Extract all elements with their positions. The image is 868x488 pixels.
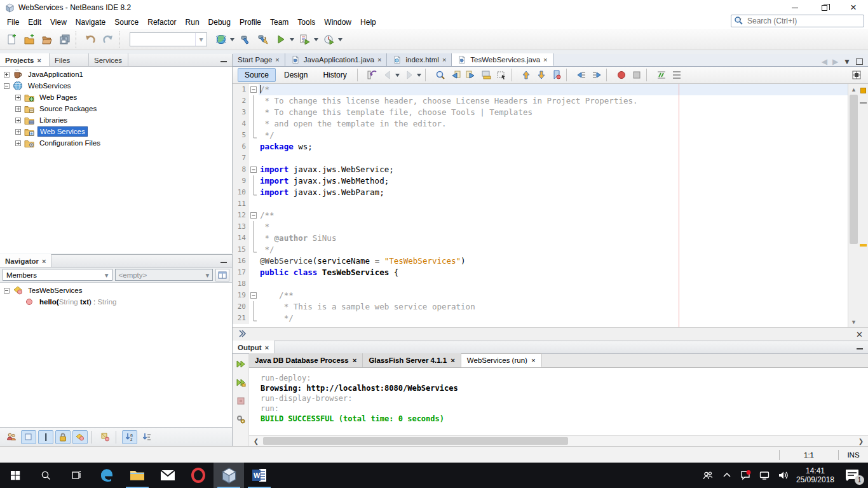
- fold-marker[interactable]: [249, 313, 259, 324]
- code-line-3[interactable]: 3 * To change this template file, choose…: [233, 107, 848, 118]
- project-item-javaapplication1[interactable]: JavaApplication1: [0, 69, 232, 80]
- menu-tools[interactable]: Tools: [293, 16, 320, 29]
- fold-marker[interactable]: [249, 84, 259, 95]
- open-project-button[interactable]: [38, 30, 56, 48]
- shift-right-button[interactable]: [589, 68, 604, 82]
- stop-macro-button[interactable]: [629, 68, 644, 82]
- expand-icon[interactable]: [15, 95, 21, 100]
- next-bookmark-button[interactable]: [534, 68, 549, 82]
- tab-javaapplication1-java[interactable]: JavaApplication1.java×: [285, 53, 388, 66]
- tray-action-center-icon[interactable]: [740, 470, 751, 480]
- project-config-select[interactable]: ▾: [130, 32, 207, 46]
- code-line-17[interactable]: 17public class TesWebServices {: [233, 267, 848, 278]
- scroll-right-icon[interactable]: ❯: [855, 436, 867, 446]
- columns-button[interactable]: [215, 269, 229, 281]
- scroll-up-icon[interactable]: ▲: [848, 84, 859, 95]
- code-line-10[interactable]: 10import javax.jws.WebParam;: [233, 187, 848, 198]
- tab-list-icon[interactable]: ▼: [843, 57, 851, 66]
- tray-network-icon[interactable]: [759, 470, 770, 480]
- expand-chevron-icon[interactable]: [238, 329, 247, 340]
- chevron-down-icon[interactable]: [314, 38, 320, 41]
- minimize-panel-button[interactable]: [857, 348, 863, 349]
- code-line-13[interactable]: 13 *: [233, 221, 848, 233]
- tab-projects[interactable]: Projects×: [0, 53, 50, 66]
- view-design-button[interactable]: Design: [277, 68, 315, 82]
- tab-java-db-database-process[interactable]: Java DB Database Process×: [249, 353, 363, 367]
- project-item-web-services[interactable]: Web Services: [0, 126, 232, 137]
- taskbar-mail-icon[interactable]: [153, 463, 183, 488]
- scroll-down-icon[interactable]: ▼: [848, 316, 859, 327]
- project-item-configuration-files[interactable]: Configuration Files: [0, 137, 232, 149]
- notification-icon[interactable]: 1: [843, 466, 862, 485]
- fold-marker[interactable]: [249, 301, 259, 313]
- code-line-16[interactable]: 16@WebService(serviceName = "TesWebServi…: [233, 255, 848, 267]
- tab-teswebservices-java[interactable]: TesWebServices.java×: [452, 53, 553, 66]
- fold-marker[interactable]: [249, 118, 259, 130]
- search-input[interactable]: [747, 17, 864, 25]
- rerun-button[interactable]: [233, 357, 248, 371]
- taskbar-opera-icon[interactable]: [183, 463, 214, 488]
- expand-icon[interactable]: [15, 118, 21, 123]
- expand-icon[interactable]: [4, 72, 10, 78]
- code-line-7[interactable]: 7: [233, 152, 848, 164]
- code-line-15[interactable]: 15 */: [233, 244, 848, 255]
- code-line-6[interactable]: 6package ws;: [233, 141, 848, 152]
- scroll-tabs-right-icon[interactable]: ▶: [832, 57, 838, 66]
- find-selection-button[interactable]: [433, 68, 448, 82]
- filter-members-button[interactable]: [97, 430, 112, 444]
- code-line-21[interactable]: 21 */: [233, 313, 848, 324]
- menu-window[interactable]: Window: [320, 16, 356, 29]
- toggle-bookmark-button[interactable]: [549, 68, 564, 82]
- chevron-down-icon[interactable]: [290, 38, 296, 41]
- tab-services[interactable]: Services: [89, 53, 128, 66]
- collapse-icon[interactable]: [4, 288, 10, 294]
- ant-settings-button[interactable]: [233, 412, 248, 426]
- collapse-icon[interactable]: [4, 83, 10, 89]
- uncomment-button[interactable]: [669, 68, 684, 82]
- project-item-libraries[interactable]: Libraries: [0, 114, 232, 126]
- stop-button[interactable]: [233, 394, 248, 408]
- profile-project-button[interactable]: [320, 30, 338, 48]
- comment-button[interactable]: [654, 68, 669, 82]
- code-line-2[interactable]: 2 * To change this license header, choos…: [233, 95, 848, 107]
- taskbar-word-icon[interactable]: W: [244, 463, 275, 488]
- close-icon[interactable]: ×: [353, 356, 357, 364]
- tab-navigator[interactable]: Navigator ×: [0, 254, 51, 267]
- close-icon[interactable]: ×: [265, 344, 269, 351]
- code-line-20[interactable]: 20 * This is a sample web service operat…: [233, 301, 848, 313]
- fold-marker[interactable]: [249, 164, 259, 175]
- code-line-11[interactable]: 11: [233, 198, 848, 210]
- code-line-8[interactable]: 8import javax.jws.WebService;: [233, 164, 848, 175]
- view-history-button[interactable]: History: [316, 68, 353, 82]
- redo-button[interactable]: [99, 30, 117, 48]
- menu-edit[interactable]: Edit: [24, 16, 46, 29]
- project-item-source-packages[interactable]: Source Packages: [0, 103, 232, 114]
- forward-button[interactable]: [402, 68, 417, 82]
- members-view-select[interactable]: Members ▾: [3, 269, 112, 281]
- show-fields-button[interactable]: [21, 430, 36, 444]
- code-line-12[interactable]: 12/**: [233, 210, 848, 221]
- minimize-button[interactable]: [780, 0, 810, 15]
- rectangular-selection-button[interactable]: [494, 68, 509, 82]
- code-line-18[interactable]: 18: [233, 278, 848, 290]
- record-macro-button[interactable]: [614, 68, 629, 82]
- show-inner-classes-button[interactable]: [72, 430, 88, 444]
- fold-marker[interactable]: [249, 187, 259, 198]
- navigator-item[interactable]: TesWebServices: [0, 285, 232, 296]
- show-static-button[interactable]: [38, 430, 53, 444]
- browser-picker-button[interactable]: [212, 30, 230, 48]
- navigator-search-select[interactable]: <empty> ▾: [115, 269, 214, 281]
- menu-source[interactable]: Source: [110, 16, 143, 29]
- expand-icon[interactable]: [15, 140, 21, 146]
- code-line-4[interactable]: 4 * and open the template in the editor.: [233, 118, 848, 130]
- find-previous-button[interactable]: [448, 68, 463, 82]
- fold-marker[interactable]: [249, 290, 259, 301]
- sort-alpha-button[interactable]: az: [122, 430, 137, 444]
- taskbar-netbeans-icon[interactable]: [214, 463, 244, 488]
- code-editor[interactable]: 1/*2 * To change this license header, ch…: [233, 84, 848, 327]
- fold-marker[interactable]: [249, 221, 259, 233]
- run-project-button[interactable]: [272, 30, 290, 48]
- scroll-left-icon[interactable]: ❮: [250, 436, 262, 446]
- tab-glassfish-server-4-1-1[interactable]: GlassFish Server 4.1.1×: [363, 353, 461, 367]
- navigator-item[interactable]: hello(String txt) : String: [0, 296, 232, 308]
